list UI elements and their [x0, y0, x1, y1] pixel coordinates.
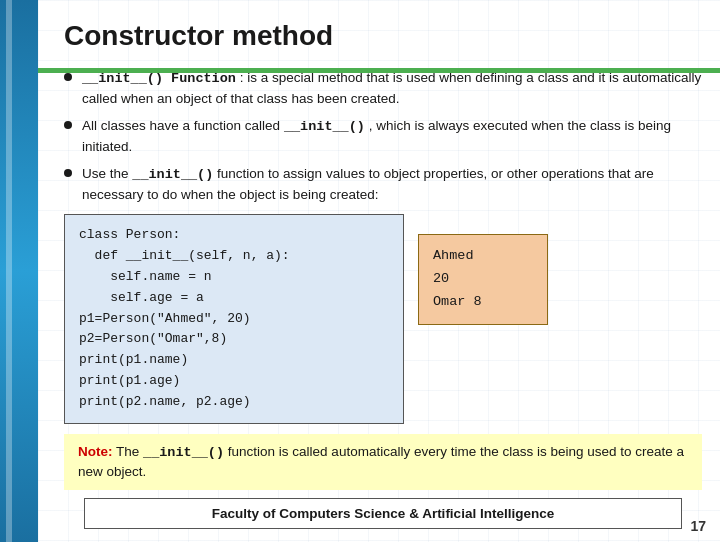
bullet-3-pre: Use the	[82, 166, 132, 181]
left-bar-inner	[6, 0, 12, 542]
note-label: Note	[78, 444, 108, 459]
note-init-code: __init__()	[143, 445, 224, 460]
bullet-2-code: __init__()	[284, 119, 365, 134]
code-line-7: print(p1.name)	[79, 350, 389, 371]
slide: Constructor method __init__() Function :…	[0, 0, 720, 542]
footer-bar: Faculty of Computers Science & Artificia…	[84, 498, 682, 529]
code-line-5: p1=Person("Ahmed", 20)	[79, 309, 389, 330]
bullet-item-2: All classes have a function called __ini…	[64, 116, 702, 156]
output-line-2: 20	[433, 268, 533, 291]
bullet-dot-3	[64, 169, 72, 177]
bullet-item-3: Use the __init__() function to assign va…	[64, 164, 702, 204]
slide-title: Constructor method	[64, 12, 702, 52]
footer-text: Faculty of Computers Science & Artificia…	[212, 506, 554, 521]
bullet-dot-2	[64, 121, 72, 129]
bullet-2-pre: All classes have a function called	[82, 118, 284, 133]
code-block: class Person: def __init__(self, n, a): …	[64, 214, 404, 423]
init-function-label: __init__() Function	[82, 71, 236, 86]
left-decorative-bar	[0, 0, 38, 542]
output-line-3: Omar 8	[433, 291, 533, 314]
output-line-1: Ahmed	[433, 245, 533, 268]
bullet-list: __init__() Function : is a special metho…	[64, 68, 702, 204]
note-colon: :	[108, 444, 113, 459]
note-text-pre: The	[116, 444, 143, 459]
note-box: Note: The __init__() function is called …	[64, 434, 702, 490]
code-line-4: self.age = a	[79, 288, 389, 309]
code-line-9: print(p2.name, p2.age)	[79, 392, 389, 413]
bullet-dot-1	[64, 73, 72, 81]
code-line-6: p2=Person("Omar",8)	[79, 329, 389, 350]
code-line-3: self.name = n	[79, 267, 389, 288]
bullet-text-1: __init__() Function : is a special metho…	[82, 68, 702, 108]
code-line-1: class Person:	[79, 225, 389, 246]
code-line-8: print(p1.age)	[79, 371, 389, 392]
bullet-text-2: All classes have a function called __ini…	[82, 116, 702, 156]
code-output-section: class Person: def __init__(self, n, a): …	[64, 214, 702, 423]
output-box: Ahmed 20 Omar 8	[418, 234, 548, 325]
bullet-3-code: __init__()	[132, 167, 213, 182]
content-area: Constructor method __init__() Function :…	[46, 0, 720, 542]
code-line-2: def __init__(self, n, a):	[79, 246, 389, 267]
bullet-item-1: __init__() Function : is a special metho…	[64, 68, 702, 108]
bullet-text-3: Use the __init__() function to assign va…	[82, 164, 702, 204]
